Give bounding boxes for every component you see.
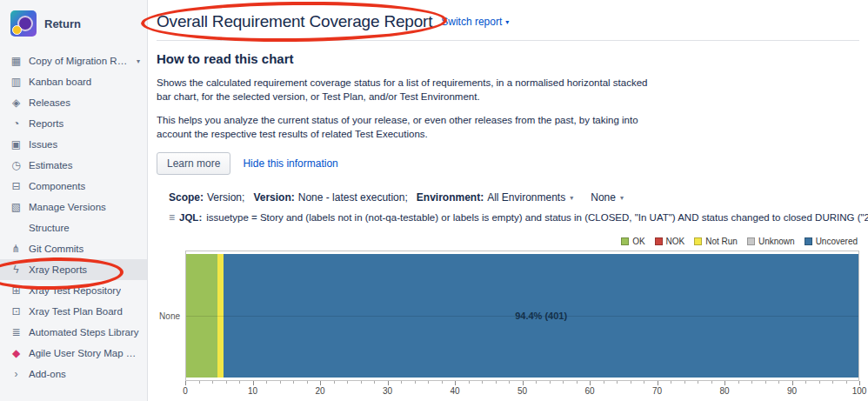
x-tick <box>644 381 644 384</box>
sidebar-item-label: Issues <box>29 139 57 150</box>
jql-label: JQL: <box>179 212 202 223</box>
x-tick <box>226 381 227 384</box>
x-tick <box>658 381 658 385</box>
jql-query: issuetype = Story and (labels not in (no… <box>206 212 868 223</box>
y-axis-category-label: None <box>157 311 180 321</box>
x-tick <box>738 381 739 384</box>
sidebar-item-automated-steps-library[interactable]: ≣Automated Steps Library <box>0 322 147 343</box>
sidebar-item-reports[interactable]: ◔Reports <box>0 113 147 134</box>
legend-item-ok: OK <box>621 237 644 246</box>
x-tick-label: 70 <box>652 386 662 396</box>
x-tick <box>266 381 267 384</box>
x-tick <box>550 381 551 384</box>
sidebar-item-git-commits[interactable]: ⋔Git Commits <box>0 238 147 259</box>
sidebar-item-label: Xray Test Repository <box>29 285 121 296</box>
sidebar-item-kanban-board[interactable]: ▥Kanban board <box>0 71 147 92</box>
sidebar-item-label: Copy of Migration Release ... <box>29 56 130 66</box>
environment-value: All Environments <box>487 191 565 204</box>
sidebar-item-add-ons[interactable]: ›Add-ons <box>0 364 147 384</box>
secondary-dropdown-value: None <box>591 191 616 204</box>
sidebar-item-xray-test-repository[interactable]: ⊞Xray Test Repository <box>0 280 147 301</box>
sidebar-item-issues[interactable]: ▣Issues <box>0 134 147 155</box>
x-tick <box>496 381 497 384</box>
learn-more-button[interactable]: Learn more <box>157 152 230 175</box>
x-tick <box>536 381 537 384</box>
scope-value: Version; <box>207 191 244 204</box>
x-tick <box>307 381 308 384</box>
estimates-icon: ◷ <box>10 160 23 170</box>
x-tick-label: 90 <box>787 386 797 396</box>
secondary-dropdown[interactable]: None ▾ <box>591 191 624 204</box>
x-tick <box>751 381 752 384</box>
x-tick-label: 80 <box>719 386 729 396</box>
x-tick <box>819 381 820 384</box>
x-tick-label: 50 <box>517 386 527 396</box>
environment-dropdown[interactable]: All Environments ▾ <box>487 191 573 204</box>
x-tick <box>388 381 389 385</box>
x-tick <box>805 381 806 384</box>
x-tick <box>455 381 456 385</box>
repo-icon: ⊞ <box>10 285 23 296</box>
version-value: None - latest execution; <box>298 191 408 204</box>
sidebar-item-releases[interactable]: ◈Releases <box>0 92 147 113</box>
chevron-icon: › <box>10 369 23 379</box>
switch-report-link[interactable]: Switch report ▾ <box>441 16 509 28</box>
x-tick <box>590 381 591 385</box>
project-header[interactable]: Return <box>0 0 147 47</box>
x-tick <box>792 381 793 385</box>
sidebar-item-structure[interactable]: Structure <box>0 217 147 238</box>
sidebar-item-label: Add-ons <box>29 369 66 379</box>
caret-down-icon: ▾ <box>137 57 140 65</box>
sidebar-item-label: Manage Versions <box>29 202 106 212</box>
plan-icon: ⊡ <box>10 306 23 317</box>
x-tick <box>509 381 510 384</box>
app-window: Return ▦Copy of Migration Release ...▾▥K… <box>0 0 868 401</box>
page-title: Overall Requirement Coverage Report <box>157 12 432 31</box>
x-tick <box>212 381 213 384</box>
filter-icon: ≡ <box>169 211 175 224</box>
x-tick <box>199 381 200 384</box>
sidebar-item-manage-versions[interactable]: ▧Manage Versions <box>0 197 147 217</box>
ship-icon: ◈ <box>10 97 23 108</box>
sidebar-item-copy-of-migration-release[interactable]: ▦Copy of Migration Release ...▾ <box>0 50 147 71</box>
x-tick <box>724 381 725 385</box>
legend-item-nok: NOK <box>655 237 685 246</box>
x-tick <box>347 381 348 384</box>
x-tick <box>563 381 564 384</box>
legend-swatch <box>621 237 629 245</box>
sidebar-item-label: Kanban board <box>29 77 91 87</box>
bar-value-label: 94.4% (401) <box>515 311 567 321</box>
x-tick <box>832 381 833 384</box>
x-tick-label: 100 <box>852 386 867 396</box>
legend-item-unknown: Unknown <box>747 237 795 246</box>
x-tick <box>253 381 254 385</box>
version-label: Version: <box>253 191 294 204</box>
x-tick <box>765 381 766 384</box>
hide-information-link[interactable]: Hide this information <box>243 157 337 170</box>
jql-bar: ≡ JQL: issuetype = Story and (labels not… <box>169 211 859 224</box>
legend-item-not-run: Not Run <box>694 237 738 246</box>
x-tick <box>631 381 631 384</box>
sidebar-item-label: Releases <box>29 97 70 108</box>
components-icon: ⊟ <box>10 181 23 191</box>
scope-label: Scope: <box>169 191 204 204</box>
caret-down-icon: ▾ <box>620 194 624 202</box>
legend-item-uncovered: Uncovered <box>805 237 858 246</box>
environment-label: Environment: <box>417 191 484 204</box>
legend-label: Not Run <box>705 237 738 246</box>
sidebar-item-estimates[interactable]: ◷Estimates <box>0 155 147 176</box>
sidebar-item-agile-user-story-map-pro[interactable]: ◆Agile User Story Map PRO <box>0 343 147 364</box>
sidebar-item-xray-reports[interactable]: ϟXray Reports <box>0 259 147 280</box>
sidebar-item-xray-test-plan-board[interactable]: ⊡Xray Test Plan Board <box>0 301 147 322</box>
x-tick <box>859 381 860 385</box>
x-tick <box>442 381 443 384</box>
sidebar-item-components[interactable]: ⊟Components <box>0 176 147 197</box>
legend-swatch <box>694 237 702 245</box>
git-icon: ⋔ <box>10 244 23 254</box>
x-tick <box>428 381 429 384</box>
x-tick <box>185 381 186 385</box>
legend-label: OK <box>632 237 644 246</box>
legend-swatch <box>655 237 663 245</box>
info-actions: Learn more Hide this information <box>157 152 859 175</box>
sidebar-item-label: Reports <box>29 118 63 129</box>
